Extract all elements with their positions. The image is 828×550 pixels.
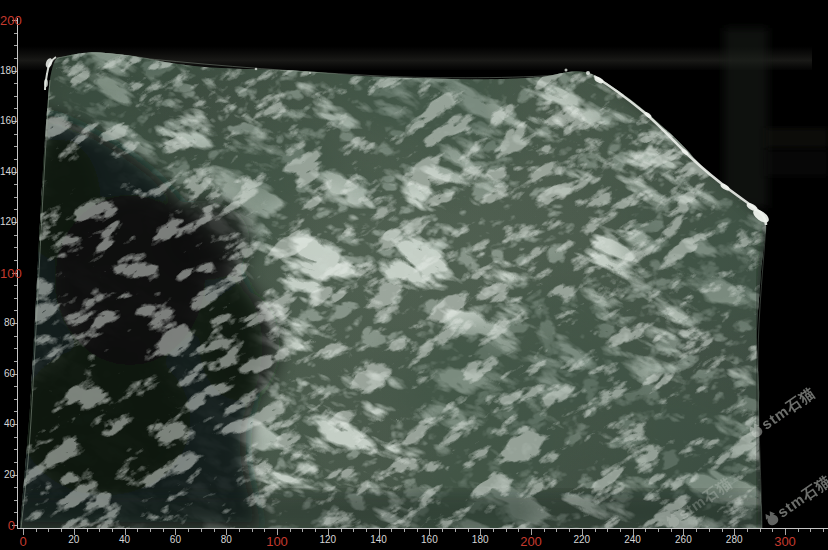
watermark-layer: stm石猫stm石猫stm石猫 (0, 0, 828, 550)
watermark-logo-icon (749, 424, 764, 439)
watermark-text: stm石猫 (675, 474, 736, 525)
watermark: stm石猫 (664, 474, 737, 533)
slab-scan-viewer: 020406080100120140160180200 020406080100… (0, 0, 828, 550)
watermark: stm石猫 (747, 384, 820, 443)
watermark-logo-icon (666, 514, 681, 529)
watermark-text: stm石猫 (774, 472, 828, 523)
watermark-logo-icon (765, 512, 780, 527)
watermark: stm石猫 (763, 472, 828, 531)
watermark-text: stm石猫 (758, 384, 819, 435)
